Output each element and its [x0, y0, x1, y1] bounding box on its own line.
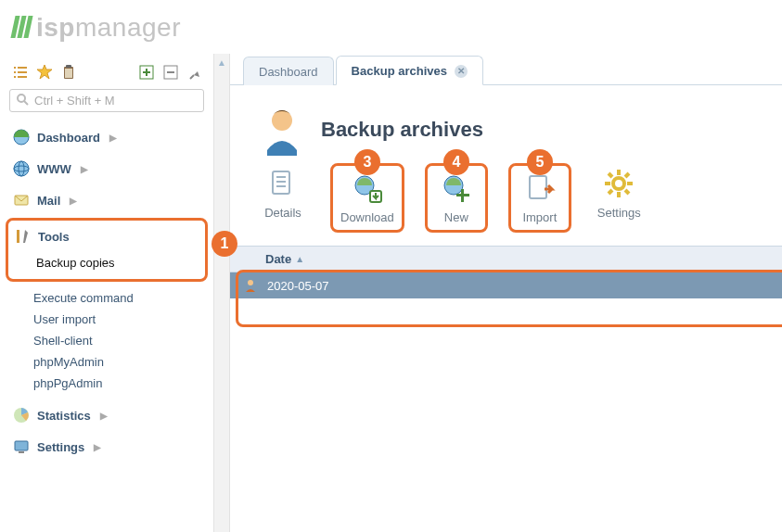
- svg-line-17: [24, 101, 28, 105]
- globe-icon: [13, 160, 30, 177]
- svg-line-45: [609, 190, 612, 194]
- page-title: Backup archives: [321, 118, 483, 142]
- main-panel: Dashboard Backup archives ✕ Backup archi…: [230, 54, 782, 532]
- callout-box-3: 3 Download: [330, 163, 404, 233]
- action-import[interactable]: Import: [513, 168, 567, 228]
- row-date: 2020-05-07: [267, 279, 329, 293]
- svg-line-15: [190, 75, 194, 79]
- details-icon: [266, 167, 300, 200]
- svg-rect-14: [167, 71, 174, 73]
- sidebar-subitem-shell-client[interactable]: Shell-client: [33, 330, 208, 351]
- scroll-up-icon[interactable]: ▲: [214, 57, 229, 68]
- svg-point-27: [272, 110, 292, 131]
- new-icon: [440, 171, 473, 205]
- tab-label: Dashboard: [259, 65, 318, 79]
- svg-rect-23: [17, 230, 19, 243]
- svg-rect-25: [15, 441, 28, 450]
- tab-backup-archives[interactable]: Backup archives ✕: [336, 56, 483, 85]
- svg-rect-9: [66, 65, 71, 68]
- row-person-icon: [243, 278, 258, 293]
- import-icon: [523, 171, 557, 205]
- close-icon[interactable]: ✕: [455, 65, 468, 78]
- callout-3: 3: [354, 149, 380, 175]
- callout-box-1: Tools Backup copies: [6, 218, 208, 282]
- sidebar-item-www[interactable]: WWW ▶: [6, 155, 208, 183]
- gear-icon: [602, 167, 635, 200]
- sidebar-item-label: Tools: [38, 230, 70, 244]
- sidebar-item-mail[interactable]: Mail ▶: [6, 186, 208, 214]
- sidebar-item-settings[interactable]: Settings ▶: [6, 433, 208, 461]
- svg-rect-4: [14, 76, 16, 78]
- sidebar-subitem-user-import[interactable]: User import: [33, 309, 208, 330]
- table-row[interactable]: 2020-05-07: [230, 272, 782, 298]
- sidebar-item-tools[interactable]: Tools: [8, 222, 203, 250]
- sidebar-item-label: Statistics: [37, 409, 91, 423]
- search-box[interactable]: [9, 89, 204, 112]
- svg-rect-36: [456, 194, 469, 196]
- sidebar-item-statistics[interactable]: Statistics ▶: [6, 401, 208, 429]
- pin-icon[interactable]: [186, 63, 204, 82]
- svg-rect-12: [143, 71, 150, 73]
- sidebar-item-dashboard[interactable]: Dashboard ▶: [6, 123, 208, 151]
- dashboard-icon: [13, 129, 30, 146]
- minus-icon[interactable]: [161, 63, 180, 82]
- search-icon: [16, 93, 29, 108]
- svg-rect-8: [65, 69, 72, 78]
- svg-line-43: [609, 173, 612, 177]
- svg-point-47: [248, 280, 253, 285]
- app-logo: ispmanager: [0, 0, 782, 54]
- svg-line-44: [625, 190, 629, 194]
- star-icon[interactable]: [35, 63, 54, 82]
- clipboard-icon[interactable]: [59, 63, 78, 82]
- sidebar: Dashboard ▶ WWW ▶: [0, 54, 213, 532]
- svg-rect-3: [18, 71, 27, 73]
- svg-rect-1: [18, 67, 27, 69]
- avatar-icon: [256, 104, 308, 156]
- action-new[interactable]: New: [429, 168, 483, 228]
- callout-4: 4: [443, 149, 469, 175]
- callout-box-5: 5 Import: [508, 163, 571, 233]
- action-label: Settings: [597, 206, 641, 220]
- sidebar-subitem-phpmyadmin[interactable]: phpMyAdmin: [33, 351, 208, 373]
- action-details[interactable]: Details: [256, 163, 310, 223]
- sidebar-item-label: Dashboard: [37, 131, 100, 145]
- svg-point-38: [613, 178, 624, 189]
- sidebar-subitem-execute-command[interactable]: Execute command: [33, 287, 208, 309]
- sidebar-subitem-phppgadmin[interactable]: phpPgAdmin: [33, 373, 208, 394]
- sidebar-item-label: Settings: [37, 440, 84, 454]
- mail-icon: [13, 192, 30, 209]
- chevron-right-icon: ▶: [94, 442, 101, 452]
- svg-rect-0: [14, 67, 16, 69]
- svg-marker-6: [37, 65, 52, 79]
- chevron-right-icon: ▶: [81, 164, 88, 174]
- logo-rest: manager: [75, 13, 181, 42]
- callout-5: 5: [527, 149, 553, 175]
- action-download[interactable]: Download: [335, 168, 400, 228]
- tab-dashboard[interactable]: Dashboard: [243, 57, 334, 85]
- sidebar-subitem-backup-copies[interactable]: Backup copies: [36, 252, 203, 273]
- scroll-gutter[interactable]: ▲: [213, 54, 230, 532]
- action-settings[interactable]: Settings: [592, 163, 647, 223]
- plus-icon[interactable]: [137, 63, 156, 82]
- callout-1: 1: [212, 231, 237, 257]
- chevron-right-icon: ▶: [100, 411, 108, 421]
- table-header[interactable]: Date ▲: [230, 246, 782, 272]
- svg-rect-26: [19, 451, 24, 453]
- chevron-right-icon: ▶: [109, 133, 117, 143]
- logo-bars-icon: [13, 15, 32, 44]
- svg-rect-2: [14, 71, 16, 73]
- logo-strong: isp: [36, 13, 75, 42]
- svg-point-16: [18, 95, 25, 102]
- action-label: Details: [264, 206, 301, 220]
- svg-point-19: [14, 161, 29, 176]
- svg-rect-5: [18, 76, 27, 78]
- tab-label: Backup archives: [352, 64, 447, 78]
- action-label: Import: [522, 210, 557, 224]
- sidebar-toolbar: [6, 57, 208, 89]
- search-input[interactable]: [34, 94, 198, 108]
- action-toolbar: Details 3 Download 4: [230, 159, 782, 246]
- column-date: Date: [265, 252, 291, 266]
- callout-box-4: 4 New: [425, 163, 488, 233]
- sidebar-item-label: Mail: [37, 194, 60, 208]
- list-icon[interactable]: [11, 63, 30, 82]
